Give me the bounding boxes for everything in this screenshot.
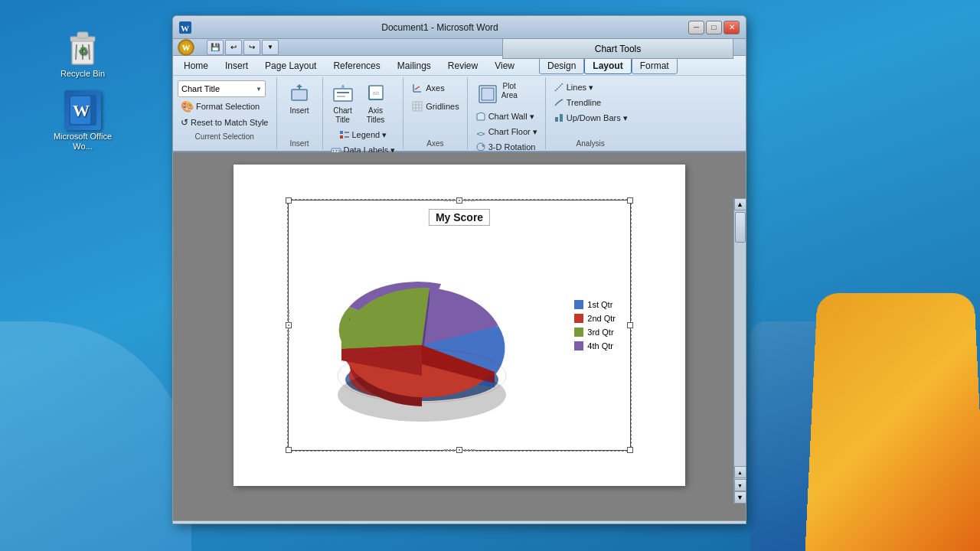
chart-floor-button[interactable]: Chart Floor ▾	[472, 125, 541, 139]
desktop-icon-ms-word[interactable]: W Microsoft Office Wo...	[52, 92, 113, 152]
legend-button[interactable]: Legend ▾	[336, 128, 390, 142]
current-selection-group: Chart Title ▼ 🎨 Format Selection ↺ Reset…	[173, 77, 277, 149]
handle-tm[interactable]	[456, 197, 462, 204]
insert-group: Insert Insert	[277, 77, 323, 149]
svg-text:A: A	[341, 84, 345, 89]
axis-titles-icon: ab	[364, 82, 388, 106]
dropdown-arrow: ▼	[256, 86, 262, 93]
scroll-thumb[interactable]	[735, 212, 746, 243]
gridlines-label: Gridlines	[426, 102, 459, 111]
menu-home[interactable]: Home	[176, 58, 216, 73]
trendline-button[interactable]: Trendline	[550, 96, 604, 109]
ribbon: Chart Title ▼ 🎨 Format Selection ↺ Reset…	[173, 76, 746, 152]
legend-label-1st: 1st Qtr	[587, 300, 612, 309]
outline-btn[interactable]: ≡	[606, 523, 620, 525]
zoom-out-btn[interactable]: −	[639, 523, 651, 525]
svg-text:♻: ♻	[78, 45, 88, 57]
vertical-scrollbar[interactable]: ▲ ▲ ▼ ▼	[733, 198, 746, 504]
redo-qa-button[interactable]: ↪	[243, 40, 260, 55]
ms-word-icon: W	[64, 92, 101, 129]
handle-ml[interactable]	[286, 322, 292, 328]
menu-insert[interactable]: Insert	[217, 58, 256, 73]
format-selection-button[interactable]: 🎨 Format Selection	[178, 99, 272, 114]
scroll-track[interactable]	[734, 210, 746, 466]
up-down-bars-label: Up/Down Bars ▾	[567, 113, 628, 123]
axes-button[interactable]: Axes	[408, 80, 447, 96]
labels-group: A ChartTitle ab AxisTitles	[323, 77, 404, 149]
handle-mr[interactable]	[627, 322, 633, 328]
border-dots-bottom	[444, 449, 475, 451]
menu-references[interactable]: References	[325, 58, 387, 73]
axes-label: Axes	[426, 83, 444, 93]
svg-line-5	[89, 44, 90, 60]
plot-area-button[interactable]: PlotArea	[472, 80, 521, 108]
svg-text:W: W	[181, 24, 189, 33]
lines-button[interactable]: Lines ▾	[550, 80, 596, 94]
print-layout-btn[interactable]: 📄	[560, 523, 574, 525]
analysis-group: Lines ▾ Trendline Up/Down Bars ▾ Analysi…	[546, 77, 635, 149]
plot-area-icon	[475, 82, 500, 106]
reset-label: Reset to Match Style	[191, 118, 269, 127]
more-qa-button[interactable]: ▼	[262, 40, 279, 55]
save-qa-button[interactable]: 💾	[207, 40, 224, 55]
pie-chart-area	[303, 230, 548, 437]
minimize-button[interactable]: ─	[688, 21, 704, 34]
format-selection-label: Format Selection	[196, 102, 260, 111]
maximize-button[interactable]: □	[706, 21, 722, 34]
status-bar: Page: 1 of 1 Words: 0 ✓ 📄 ⊞ 🌐 ≡ 📝 − +	[173, 520, 746, 524]
scroll-extra-1[interactable]: ▲	[734, 466, 746, 478]
chart-container[interactable]: My Score	[287, 199, 632, 452]
svg-rect-14	[292, 90, 307, 100]
draft-btn[interactable]: 📝	[622, 523, 635, 525]
chart-wall-button[interactable]: Chart Wall ▾	[472, 109, 537, 123]
office-button[interactable]: W	[178, 39, 205, 56]
zoom-in-btn[interactable]: +	[703, 523, 715, 525]
handle-tl[interactable]	[286, 197, 292, 204]
tab-design[interactable]: Design	[539, 57, 584, 74]
desktop-icon-recycle-bin[interactable]: ♻ Recycle Bin	[52, 29, 113, 79]
chart-floor-label: Chart Floor ▾	[488, 127, 537, 137]
full-screen-btn[interactable]: ⊞	[576, 523, 590, 525]
svg-line-3	[76, 44, 77, 60]
scroll-down-arrow[interactable]: ▼	[734, 491, 746, 504]
chart-element-dropdown[interactable]: Chart Title ▼	[178, 80, 266, 97]
handle-tr[interactable]	[627, 197, 633, 204]
up-down-bars-button[interactable]: Up/Down Bars ▾	[550, 111, 631, 125]
legend-label: Legend ▾	[352, 130, 387, 140]
chart-legend: 1st Qtr 2nd Qtr 3rd Qtr 4th Qtr	[574, 300, 616, 350]
gridlines-button[interactable]: Gridlines	[408, 99, 462, 114]
recycle-bin-label: Recycle Bin	[60, 69, 105, 79]
tab-layout[interactable]: Layout	[584, 57, 631, 74]
chart-title-button[interactable]: A ChartTitle	[328, 80, 358, 126]
handle-bl[interactable]	[286, 447, 292, 453]
chart-title[interactable]: My Score	[429, 209, 490, 226]
recycle-bin-icon: ♻	[64, 29, 101, 66]
svg-rect-25	[340, 131, 343, 134]
svg-rect-51	[560, 114, 563, 122]
lines-label: Lines ▾	[567, 83, 593, 93]
menu-page-layout[interactable]: Page Layout	[257, 58, 324, 73]
handle-br[interactable]	[627, 447, 633, 453]
legend-item-2nd: 2nd Qtr	[574, 314, 616, 323]
document-page: My Score	[234, 165, 685, 486]
menu-view[interactable]: View	[487, 58, 522, 73]
undo-qa-button[interactable]: ↩	[225, 40, 242, 55]
svg-rect-44	[482, 88, 494, 100]
menu-review[interactable]: Review	[440, 58, 485, 73]
window-title: Document1 - Microsoft Word	[191, 22, 688, 33]
svg-rect-38	[413, 102, 422, 111]
reset-match-style-button[interactable]: ↺ Reset to Match Style	[178, 116, 272, 129]
svg-marker-46	[477, 132, 485, 135]
handle-bm[interactable]	[456, 447, 462, 453]
menu-mailings[interactable]: Mailings	[390, 58, 439, 73]
chart-title-icon: A	[331, 82, 355, 106]
axis-titles-button[interactable]: ab AxisTitles	[361, 80, 391, 126]
insert-button[interactable]: Insert	[284, 80, 315, 117]
tab-format[interactable]: Format	[632, 57, 678, 74]
scroll-extra-2[interactable]: ▼	[734, 479, 746, 491]
axes-group: Axes Gridlines Axes	[403, 77, 467, 149]
web-layout-btn[interactable]: 🌐	[591, 523, 605, 525]
close-button[interactable]: ✕	[724, 21, 740, 34]
scroll-up-arrow[interactable]: ▲	[734, 198, 746, 210]
svg-marker-45	[477, 112, 485, 120]
